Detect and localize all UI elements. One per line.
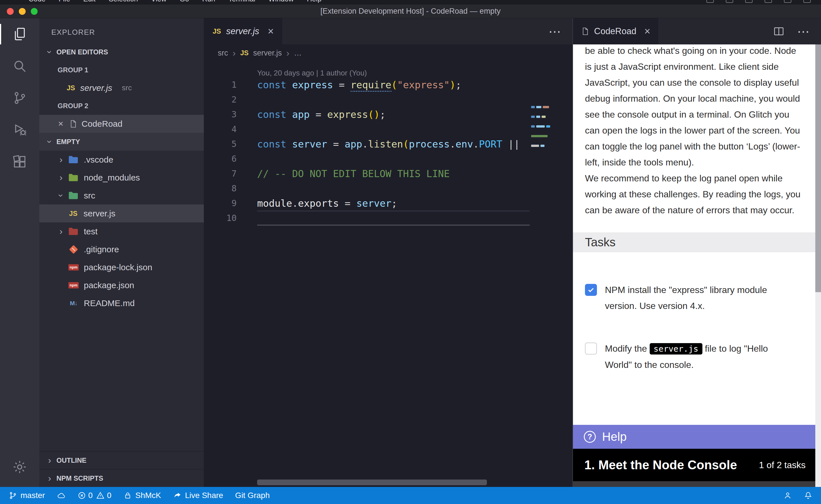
menu-edit[interactable]: Edit (83, 0, 95, 5)
coderoad-content: be able to check what's going on in your… (573, 44, 815, 487)
question-circle-icon: ? (584, 431, 596, 443)
tab-serverjs[interactable]: JS server.js × (204, 18, 282, 44)
explorer-icon[interactable] (0, 18, 39, 50)
lock-icon (123, 491, 132, 500)
tree-item-label: node_modules (84, 173, 140, 183)
open-editor-coderoad[interactable]: × CodeRoad (39, 115, 204, 133)
notifications-bell-icon[interactable] (804, 491, 812, 500)
tab-label: server.js (226, 26, 259, 36)
menu-code[interactable]: Code (28, 0, 46, 5)
line-number: 6 (204, 151, 237, 166)
menu-file[interactable]: File (59, 0, 70, 5)
code-line: 3 const app = express(); (204, 107, 572, 122)
panel-actions-more-icon[interactable]: ⋯ (797, 24, 810, 39)
editor-actions-more-icon[interactable]: ⋯ (548, 24, 561, 39)
menu-go[interactable]: Go (179, 0, 189, 5)
source-control-icon[interactable] (0, 82, 39, 114)
line-number: 9 (204, 196, 237, 211)
scrollbar-thumb[interactable] (815, 44, 821, 292)
editor-group: JS server.js × ⋯ src › JS server.js › … … (204, 18, 573, 487)
extensions-icon[interactable] (0, 146, 39, 178)
code-editor[interactable]: You, 20 days ago | 1 author (You) 1 cons… (204, 62, 572, 487)
tree-item-package-json[interactable]: npm package.json (39, 276, 204, 294)
breadcrumb-separator: › (287, 48, 290, 58)
tree-item-package-lock[interactable]: npm package-lock.json (39, 258, 204, 276)
menubar-icon (726, 0, 733, 3)
breadcrumb[interactable]: src › JS server.js › … (204, 44, 572, 62)
menu-terminal[interactable]: Terminal (228, 0, 255, 5)
sync-publish-status[interactable] (57, 491, 66, 500)
tree-item-gitignore[interactable]: .gitignore (39, 240, 204, 258)
tree-item-label: src (84, 191, 95, 200)
breadcrumb-folder[interactable]: src (218, 49, 228, 58)
settings-gear-icon[interactable] (0, 451, 39, 483)
menu-view[interactable]: View (151, 0, 166, 5)
npm-scripts-header[interactable]: › NPM SCRIPTS (39, 469, 204, 487)
tree-item-readme[interactable]: M↓ README.md (39, 294, 204, 312)
tree-item-src[interactable]: › src (39, 187, 204, 204)
task-checkbox-checked[interactable] (585, 284, 597, 296)
branch-name: master (21, 491, 45, 500)
search-icon[interactable] (0, 50, 39, 82)
js-icon: JS (67, 210, 79, 218)
feedback-person-icon[interactable] (783, 491, 792, 500)
live-share-session-status[interactable]: ShMcK (123, 491, 161, 500)
open-editors-header[interactable]: › OPEN EDITORS (39, 43, 204, 61)
menubar-icon (784, 0, 791, 3)
open-editor-serverjs[interactable]: JS server.js src (39, 79, 204, 97)
menu-window[interactable]: Window (268, 0, 294, 5)
menu-run[interactable]: Run (202, 0, 215, 5)
menu-help[interactable]: Help (307, 0, 321, 5)
open-editor-path: src (122, 83, 132, 92)
line-number: 7 (204, 166, 237, 181)
status-bar: master 0 0 ShMcK Live S (0, 487, 821, 504)
markdown-icon: M↓ (67, 300, 80, 307)
sidebar-title: EXPLORER (39, 18, 204, 43)
webview-scrollbar[interactable] (815, 44, 821, 487)
tasks-title: Tasks (585, 234, 615, 250)
task-checkbox-unchecked[interactable] (585, 343, 597, 355)
live-share-button[interactable]: Live Share (173, 491, 223, 500)
chevron-down-icon: › (44, 137, 55, 146)
help-button[interactable]: ? Help (573, 425, 815, 449)
close-icon[interactable]: × (268, 25, 274, 37)
problems-status[interactable]: 0 0 (77, 491, 111, 500)
horizontal-scrollbar[interactable] (257, 480, 487, 485)
tree-item-vscode[interactable]: › .vscode (39, 151, 204, 169)
git-graph-button[interactable]: Git Graph (235, 491, 270, 500)
folder-test-icon (67, 227, 80, 236)
close-icon[interactable]: × (56, 118, 65, 129)
lesson-footer[interactable]: 1. Meet the Node Console 1 of 2 tasks (573, 449, 815, 481)
tree-item-test[interactable]: › test (39, 222, 204, 240)
split-editor-icon[interactable] (773, 26, 785, 37)
close-window-button[interactable] (7, 8, 14, 15)
tree-item-label: test (84, 227, 97, 236)
close-icon[interactable]: × (644, 25, 650, 37)
tree-item-label: server.js (83, 209, 115, 218)
minimap[interactable] (530, 106, 554, 154)
zoom-window-button[interactable] (31, 8, 38, 15)
inline-code-chip: server.js (650, 343, 703, 355)
open-editor-name: server.js (80, 83, 112, 93)
breadcrumb-symbol[interactable]: … (294, 49, 302, 58)
tasks-section-header: Tasks (573, 232, 815, 252)
warning-count: 0 (107, 491, 111, 500)
run-debug-icon[interactable] (0, 114, 39, 146)
git-branch-status[interactable]: master (9, 491, 45, 500)
lesson-paragraph: be able to check what's going on in your… (585, 44, 803, 170)
menu-selection[interactable]: Selection (109, 0, 138, 5)
tree-item-label: package.json (84, 280, 134, 290)
tab-coderoad[interactable]: CodeRoad × (573, 18, 658, 44)
outline-header[interactable]: › OUTLINE (39, 451, 204, 469)
chevron-right-icon: › (56, 226, 66, 237)
folder-node-modules-icon (67, 173, 80, 182)
gitlens-annotation[interactable]: You, 20 days ago | 1 author (You) (204, 62, 572, 77)
breadcrumb-file[interactable]: server.js (253, 49, 282, 58)
activity-bar (0, 18, 39, 487)
menubar-icon (706, 0, 714, 3)
workspace-header-empty[interactable]: › EMPTY (39, 133, 204, 151)
minimize-window-button[interactable] (19, 8, 26, 15)
tree-item-node-modules[interactable]: › node_modules (39, 169, 204, 187)
tree-item-serverjs[interactable]: JS server.js (39, 204, 204, 222)
check-icon (587, 286, 595, 294)
